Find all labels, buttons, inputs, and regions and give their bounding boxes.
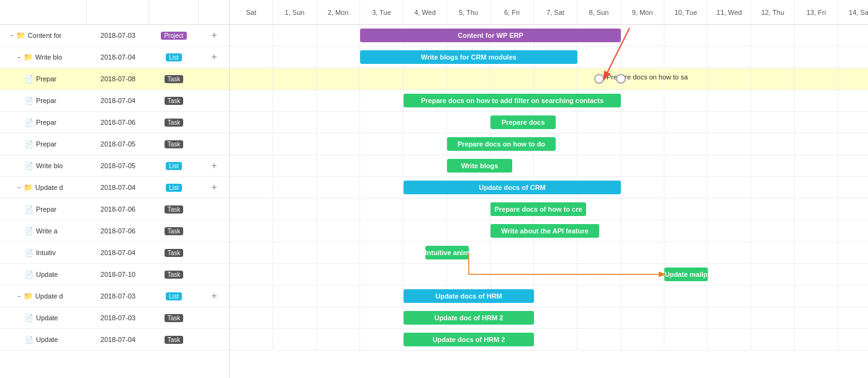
gantt-cell bbox=[230, 177, 273, 199]
gantt-cell bbox=[534, 155, 577, 177]
row-group: List bbox=[149, 53, 199, 61]
gantt-cell bbox=[621, 329, 664, 351]
gantt-cell bbox=[795, 264, 838, 286]
gantt-cell bbox=[447, 264, 491, 286]
gantt-cell bbox=[577, 112, 621, 133]
row-title: 📄Write a bbox=[0, 227, 87, 235]
gantt-cell bbox=[795, 47, 838, 68]
gantt-bar[interactable]: Prepare docs on how to add filter on sea… bbox=[404, 94, 621, 107]
row-action[interactable]: + bbox=[199, 30, 229, 40]
row-group: List bbox=[149, 162, 199, 170]
row-start: 2018-07-04 bbox=[87, 53, 149, 61]
row-action[interactable]: + bbox=[199, 291, 229, 301]
gantt-row: Write blogs bbox=[230, 155, 868, 177]
gantt-bar[interactable]: Content for WP ERP bbox=[360, 29, 621, 42]
gantt-cell bbox=[838, 112, 868, 133]
gantt-cell bbox=[273, 25, 317, 47]
gantt-header-cell: 14, Sat bbox=[838, 0, 868, 24]
gantt-cell bbox=[360, 199, 404, 220]
table-row: 📄Intuitiv2018-07-04Task bbox=[0, 242, 229, 264]
collapse-icon[interactable]: − bbox=[17, 293, 21, 300]
collapse-icon[interactable]: − bbox=[10, 32, 14, 39]
gantt-cell bbox=[708, 220, 751, 242]
gantt-cell bbox=[317, 68, 360, 90]
add-button[interactable]: + bbox=[211, 30, 217, 40]
gantt-bar[interactable]: Update docs of HRM 2 bbox=[404, 333, 534, 346]
row-title-text: Update bbox=[36, 314, 58, 322]
gantt-cell bbox=[491, 242, 534, 264]
gantt-header-cell: 9, Mon bbox=[621, 0, 664, 24]
gantt-cell bbox=[708, 90, 751, 112]
doc-icon: 📄 bbox=[25, 336, 34, 344]
gantt-cell bbox=[751, 112, 795, 133]
gantt-bar[interactable]: Update docs of CRM bbox=[404, 181, 621, 194]
row-action[interactable]: + bbox=[199, 182, 229, 192]
row-title-text: Update d bbox=[35, 292, 63, 300]
table-row: 📄Prepar2018-07-08Task bbox=[0, 68, 229, 90]
gantt-bar[interactable]: Update mailp bbox=[664, 268, 708, 281]
gantt-bar[interactable]: Prepare docs on how to do bbox=[447, 137, 556, 151]
left-header bbox=[0, 0, 229, 25]
gantt-cell bbox=[360, 242, 404, 264]
gantt-bar[interactable]: Prepare docs of how to cre bbox=[491, 202, 586, 216]
gantt-bar[interactable]: Write blogs bbox=[447, 159, 512, 173]
row-title-text: Content for bbox=[28, 32, 61, 39]
gantt-cell bbox=[708, 133, 751, 155]
gantt-cell bbox=[360, 264, 404, 286]
gantt-cell bbox=[751, 133, 795, 155]
gantt-cell bbox=[230, 220, 273, 242]
row-start: 2018-07-05 bbox=[87, 162, 149, 169]
gantt-cell bbox=[447, 68, 491, 90]
group-badge: Task bbox=[165, 271, 184, 279]
row-start: 2018-07-06 bbox=[87, 205, 149, 213]
gantt-cell bbox=[317, 90, 360, 112]
left-rows: −📁Content for2018-07-03Project+−📁Write b… bbox=[0, 25, 229, 351]
gantt-cell bbox=[404, 155, 447, 177]
gantt-cell bbox=[230, 307, 273, 329]
gantt-cell bbox=[447, 199, 491, 220]
add-button[interactable]: + bbox=[211, 182, 217, 192]
group-badge: List bbox=[166, 292, 182, 300]
folder-icon: 📁 bbox=[16, 31, 25, 40]
row-title-text: Write blo bbox=[35, 53, 62, 61]
gantt-bar[interactable]: Update docs of HRM bbox=[404, 289, 534, 303]
gantt-cell bbox=[751, 286, 795, 307]
gantt-cell bbox=[621, 199, 664, 220]
gantt-cell bbox=[230, 68, 273, 90]
gantt-header-cell: 1, Sun bbox=[273, 0, 317, 24]
gantt-cell bbox=[708, 112, 751, 133]
gantt-bar[interactable]: Intuitive anim bbox=[425, 246, 469, 259]
gantt-cell bbox=[751, 155, 795, 177]
table-row: −📁Content for2018-07-03Project+ bbox=[0, 25, 229, 47]
gantt-header-cell: 13, Fri bbox=[795, 0, 838, 24]
gantt-bar[interactable]: Prepare docs bbox=[491, 115, 556, 129]
gantt-cell bbox=[664, 25, 708, 47]
gantt-cell bbox=[360, 133, 404, 155]
add-button[interactable]: + bbox=[211, 291, 217, 301]
gantt-cell bbox=[534, 329, 577, 351]
row-group: Task bbox=[149, 336, 199, 344]
row-action[interactable]: + bbox=[199, 52, 229, 62]
gantt-cell bbox=[708, 155, 751, 177]
row-title: −📁Write blo bbox=[0, 53, 87, 61]
gantt-cell bbox=[664, 307, 708, 329]
row-start: 2018-07-05 bbox=[87, 140, 149, 148]
row-action[interactable]: + bbox=[199, 161, 229, 171]
gantt-cell bbox=[230, 329, 273, 351]
gantt-header-cell: 7, Sat bbox=[534, 0, 577, 24]
row-title: 📄Intuitiv bbox=[0, 249, 87, 257]
row-title: −📁Update d bbox=[0, 183, 87, 192]
gantt-cell bbox=[664, 242, 708, 264]
gantt-bar[interactable]: Update doc of HRM 2 bbox=[404, 311, 534, 325]
collapse-icon[interactable]: − bbox=[17, 184, 21, 191]
gantt-cell bbox=[795, 68, 838, 90]
add-button[interactable]: + bbox=[211, 52, 217, 62]
gantt-cell bbox=[664, 286, 708, 307]
gantt-cell bbox=[664, 220, 708, 242]
collapse-icon[interactable]: − bbox=[17, 54, 21, 61]
gantt-cell bbox=[577, 286, 621, 307]
gantt-bar[interactable]: Write blogs for CRM modules bbox=[360, 50, 577, 64]
gantt-row: Update docs of HRM bbox=[230, 286, 868, 307]
add-button[interactable]: + bbox=[211, 161, 217, 171]
gantt-bar[interactable]: Write about the API feature bbox=[491, 224, 599, 238]
